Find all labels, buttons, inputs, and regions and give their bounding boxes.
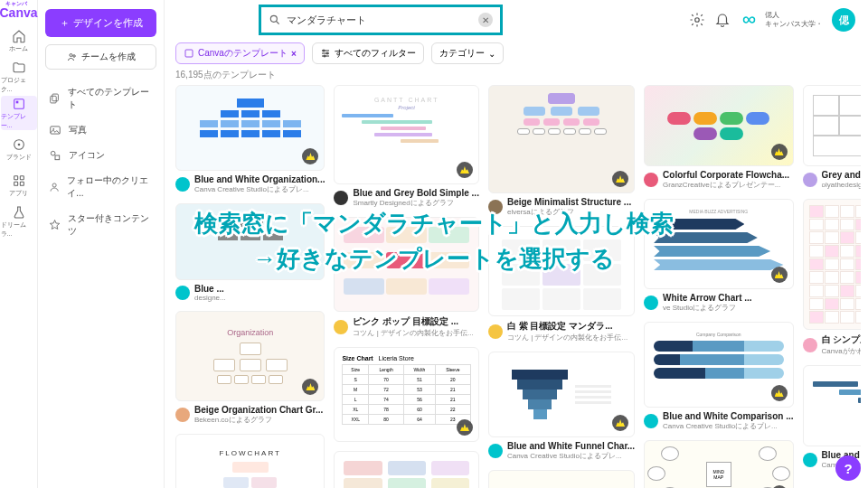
svg-rect-6	[14, 182, 17, 185]
svg-rect-5	[20, 175, 24, 179]
svg-rect-0	[14, 99, 24, 108]
template-card[interactable]: Cordale High School Blue ...designe...	[175, 203, 325, 302]
chip-close-icon[interactable]: ×	[291, 49, 297, 59]
svg-point-22	[324, 55, 326, 57]
svg-point-21	[326, 52, 328, 54]
author-avatar	[175, 177, 190, 192]
crown-icon	[612, 171, 628, 187]
user-avatar[interactable]: 偲	[832, 8, 855, 32]
template-card[interactable]: 白 紫 目標設定 マンダラ...コツん | デザインの内製化をお手伝...	[488, 226, 635, 343]
result-count: 16,195点のテンプレート	[175, 69, 276, 81]
team-icon	[67, 52, 78, 62]
template-card[interactable]: FLOWCHART	[175, 434, 325, 488]
sidebar-item-photos[interactable]: 写真	[45, 118, 156, 142]
chevron-down-icon: ⌄	[488, 49, 495, 59]
create-design-button[interactable]: ＋デザインを作成	[45, 9, 156, 37]
filter-row: Canvaのテンプレート× すべてのフィルター カテゴリー⌄	[175, 40, 855, 67]
sidebar: ＋デザインを作成 チームを作成 すべてのテンプレート 写真 アイコン フォロー中…	[38, 0, 165, 488]
sidebar-item-starred[interactable]: スター付きコンテンツ	[45, 207, 156, 243]
crown-icon	[771, 267, 788, 283]
svg-point-16	[52, 183, 56, 187]
svg-rect-7	[20, 182, 24, 185]
template-card[interactable]: Blue and White Gantt Chart...Canva Creat…	[803, 365, 861, 470]
search-icon	[269, 14, 281, 26]
help-fab[interactable]: ?	[835, 455, 861, 481]
template-card[interactable]: GANTT CHARTProject Blue and Grey Bold Si…	[334, 85, 478, 208]
brand-icon	[12, 137, 26, 152]
template-card[interactable]: Size Chart Liceria StoreSizeLengthWidthS…	[334, 347, 478, 442]
chip-canva-templates[interactable]: Canvaのテンプレート×	[175, 42, 305, 64]
plus-icon: ＋	[60, 16, 70, 30]
svg-rect-10	[52, 94, 59, 101]
topbar: ✕ 偲人キャンバス大学・ 偲	[165, 0, 868, 40]
author-avatar	[175, 408, 190, 422]
author-avatar	[488, 444, 503, 458]
chip-all-filters[interactable]: すべてのフィルター	[312, 42, 424, 64]
rail-home[interactable]: ホーム	[1, 23, 37, 58]
left-rail: キャンバ Canva ホーム プロジェク... テンプレー... ブランド アプ…	[0, 0, 38, 488]
create-team-button[interactable]: チームを作成	[45, 44, 156, 70]
search-input[interactable]	[287, 14, 473, 25]
template-card[interactable]: Company Comparison Blue and White Compar…	[644, 322, 793, 431]
gear-icon[interactable]	[689, 12, 705, 28]
svg-point-18	[695, 18, 700, 23]
author-avatar	[488, 200, 503, 214]
template-card[interactable]: 白 シンプル おしゃれ 目...Canvaがかわいいデザイン | nico d.…	[803, 199, 861, 356]
crown-icon	[457, 419, 473, 436]
shapes-icon	[49, 149, 61, 162]
svg-rect-19	[185, 50, 193, 57]
svg-rect-1	[15, 100, 18, 103]
author-avatar	[334, 320, 348, 334]
author-avatar	[488, 324, 503, 339]
apps-icon	[12, 174, 26, 188]
crown-icon	[457, 162, 473, 178]
rail-projects[interactable]: プロジェク...	[1, 60, 37, 94]
crown-icon	[771, 385, 788, 401]
template-card[interactable]: Grey and White Business Mo...olyathedesi…	[803, 85, 861, 190]
copy-icon	[49, 92, 61, 105]
canva-logo[interactable]: キャンバ Canva	[0, 5, 38, 20]
template-card[interactable]: Blue and White Organization...Canva Crea…	[175, 85, 325, 194]
svg-rect-11	[51, 96, 57, 103]
author-avatar	[334, 191, 348, 205]
author-avatar	[803, 173, 817, 187]
template-card[interactable]: Organization Beige Organization Chart Gr…	[175, 311, 325, 425]
image-icon	[49, 124, 61, 136]
rail-apps[interactable]: アプリ	[1, 168, 37, 202]
crown-icon	[771, 144, 788, 160]
sidebar-item-following[interactable]: フォロー中のクリエイ...	[45, 169, 156, 205]
template-card[interactable]: ピンク ポップ 目標設定 ...コツん | デザインの内製化をお手伝...	[334, 217, 478, 338]
author-avatar	[644, 296, 658, 310]
template-card[interactable]	[488, 470, 635, 488]
svg-rect-15	[55, 155, 60, 160]
template-card[interactable]: MINDMAP	[644, 440, 793, 488]
search-input-wrap[interactable]: ✕	[259, 5, 503, 35]
template-card[interactable]: Beige Minimalist Structure ...elversaによる…	[488, 85, 635, 217]
template-card[interactable]: Colorful Corporate Flowcha...GranzCreati…	[644, 85, 793, 190]
bell-icon[interactable]	[714, 12, 731, 28]
search-clear-button[interactable]: ✕	[478, 13, 493, 27]
template-icon	[12, 97, 26, 111]
svg-point-20	[323, 50, 325, 52]
user-info: 偲人キャンバス大学・	[765, 11, 823, 28]
crown-icon	[302, 148, 318, 164]
template-card[interactable]: MEDIA BUZZ ADVERTISING White Arrow Chart…	[644, 199, 793, 313]
template-grid: Blue and White Organization...Canva Crea…	[175, 85, 861, 488]
svg-point-9	[72, 55, 75, 58]
rail-templates[interactable]: テンプレー...	[1, 96, 37, 130]
template-chip-icon	[184, 48, 194, 59]
rail-brand[interactable]: ブランド	[1, 132, 37, 166]
sidebar-item-all-templates[interactable]: すべてのテンプレート	[45, 80, 156, 117]
rail-dreamlab[interactable]: ドリームラ...	[1, 204, 37, 239]
template-card[interactable]: Blue and White Funnel Char...Canva Creat…	[488, 352, 635, 461]
svg-point-3	[17, 143, 20, 145]
lab-icon	[12, 205, 26, 220]
chip-category[interactable]: カテゴリー⌄	[431, 42, 504, 64]
author-avatar	[175, 286, 190, 300]
infinity-icon[interactable]	[740, 12, 756, 28]
author-avatar	[803, 338, 817, 352]
user-icon	[49, 181, 60, 193]
sidebar-item-icons[interactable]: アイコン	[45, 144, 156, 167]
template-card[interactable]	[334, 451, 478, 488]
crown-icon	[302, 379, 318, 395]
